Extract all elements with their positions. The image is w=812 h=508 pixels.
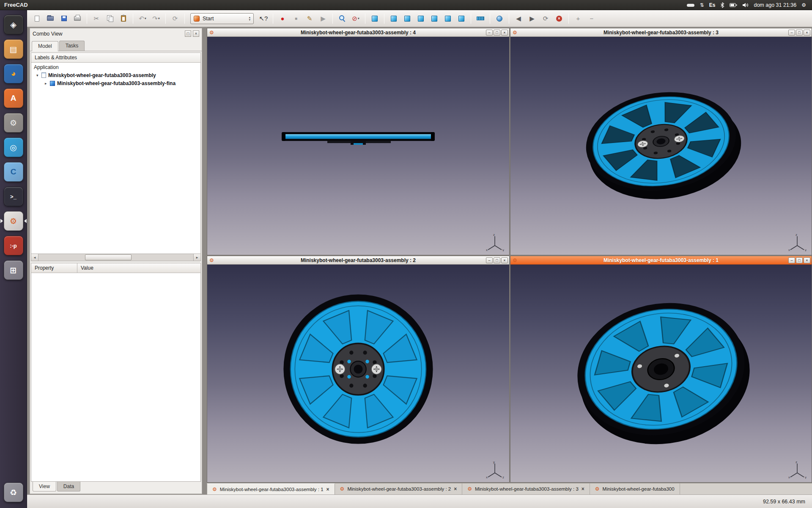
- close-button[interactable]: ×: [501, 30, 508, 36]
- session-gear-icon[interactable]: ⚙: [801, 2, 806, 8]
- minimize-button[interactable]: –: [486, 257, 493, 263]
- nav-stop-button[interactable]: [553, 12, 565, 25]
- close-button[interactable]: ×: [804, 30, 810, 36]
- launcher-chromium[interactable]: C: [4, 162, 23, 182]
- property-column-header[interactable]: Property: [31, 263, 77, 273]
- nav-forward-button[interactable]: ▶: [526, 12, 538, 25]
- viewport-3d-side[interactable]: zxy: [207, 37, 509, 255]
- scroll-right-icon[interactable]: ▸: [193, 254, 200, 261]
- tree-root-application[interactable]: Application: [31, 64, 200, 71]
- whats-this-button[interactable]: ↖?: [257, 12, 270, 25]
- tree-horizontal-scrollbar[interactable]: ◂ ▸: [31, 254, 201, 261]
- view-bottom-button[interactable]: [442, 12, 454, 25]
- mdi-tab[interactable]: ⚙Miniskybot-wheel-gear-futaba300: [590, 483, 680, 494]
- copy-button[interactable]: [104, 12, 116, 25]
- launcher-software-center[interactable]: A: [4, 88, 23, 108]
- combo-spinner-icon[interactable]: ▴▾: [249, 16, 250, 21]
- indicator-icon[interactable]: [686, 3, 695, 8]
- window-titlebar[interactable]: ⚙ Miniskybot-wheel-gear-futaba3003-assem…: [510, 256, 812, 265]
- mdi-tab[interactable]: ⚙Miniskybot-wheel-gear-futaba3003-assemb…: [462, 483, 590, 494]
- macro-record-button[interactable]: ●: [276, 12, 289, 25]
- clock[interactable]: dom ago 31 21:36: [754, 2, 796, 8]
- window-titlebar[interactable]: ⚙ Miniskybot-wheel-gear-futaba3003-assem…: [510, 28, 812, 37]
- expand-icon[interactable]: ▸: [45, 81, 50, 86]
- viewport-3d-isometric-active[interactable]: zxy: [510, 265, 812, 482]
- launcher-terminal[interactable]: >_: [4, 187, 23, 206]
- nav-back-button[interactable]: ◀: [512, 12, 525, 25]
- view-front-button[interactable]: [387, 12, 400, 25]
- dropdown-arrow-icon[interactable]: ▾: [158, 17, 160, 20]
- scroll-left-icon[interactable]: ◂: [31, 254, 38, 261]
- tab-close-icon[interactable]: ×: [326, 486, 329, 492]
- close-button[interactable]: ×: [501, 257, 508, 263]
- restore-button[interactable]: □: [796, 257, 803, 263]
- launcher-firefox[interactable]: ◕: [4, 64, 23, 83]
- tree-item[interactable]: ▾Miniskybot-wheel-gear-futaba3003-assemb…: [31, 71, 200, 79]
- dropdown-arrow-icon[interactable]: ▾: [358, 17, 359, 20]
- restore-button[interactable]: □: [494, 30, 500, 36]
- measure-button[interactable]: [474, 12, 487, 25]
- launcher-dash[interactable]: ◈: [4, 15, 23, 34]
- launcher-red-app[interactable]: :-p: [4, 236, 23, 255]
- tab-view[interactable]: View: [33, 482, 56, 491]
- launcher-browser[interactable]: ◎: [4, 138, 23, 157]
- nav-refresh-button[interactable]: ⟳: [539, 12, 552, 25]
- viewport-3d-front[interactable]: yxz: [207, 265, 509, 482]
- zoom-out-button[interactable]: −: [585, 12, 598, 25]
- window-titlebar[interactable]: ⚙ Miniskybot-wheel-gear-futaba3003-assem…: [207, 256, 509, 265]
- mdi-tab[interactable]: ⚙Miniskybot-wheel-gear-futaba3003-assemb…: [207, 483, 335, 494]
- tab-close-icon[interactable]: ×: [582, 486, 584, 492]
- draw-style-button[interactable]: ⊘▾: [349, 12, 362, 25]
- restore-button[interactable]: □: [796, 30, 803, 36]
- view-rear-button[interactable]: [428, 12, 441, 25]
- macro-play-button[interactable]: ▶: [317, 12, 329, 25]
- dropdown-arrow-icon[interactable]: ▾: [145, 17, 146, 20]
- open-file-button[interactable]: [44, 12, 57, 25]
- view-top-button[interactable]: [401, 12, 414, 25]
- refresh-button[interactable]: ⟳: [169, 12, 181, 25]
- launcher-freecad[interactable]: ⚙: [4, 211, 23, 231]
- value-column-header[interactable]: Value: [77, 263, 201, 273]
- minimize-button[interactable]: –: [486, 30, 493, 36]
- minimize-button[interactable]: –: [788, 257, 795, 263]
- battery-icon[interactable]: [730, 3, 737, 7]
- cut-button[interactable]: ✂: [90, 12, 103, 25]
- minimize-button[interactable]: –: [788, 30, 795, 36]
- macro-stop-button[interactable]: ■: [290, 12, 302, 25]
- tab-close-icon[interactable]: ×: [454, 486, 457, 492]
- network-arrows-icon[interactable]: ⇅: [700, 2, 704, 8]
- print-button[interactable]: [71, 12, 84, 25]
- launcher-system-settings[interactable]: ⚙: [4, 113, 23, 133]
- save-button[interactable]: [58, 12, 70, 25]
- tree-item[interactable]: ▸Miniskybot-wheel-gear-futaba3003-assemb…: [31, 79, 200, 87]
- launcher-files[interactable]: ▤: [4, 39, 23, 59]
- paste-button[interactable]: [117, 12, 130, 25]
- zoom-selection-button[interactable]: [336, 12, 348, 25]
- panel-float-icon[interactable]: □: [185, 30, 191, 37]
- tab-data[interactable]: Data: [57, 482, 80, 491]
- new-file-button[interactable]: [30, 12, 43, 25]
- view-right-button[interactable]: [414, 12, 427, 25]
- macro-edit-button[interactable]: ✎: [303, 12, 316, 25]
- window-titlebar[interactable]: ⚙ Miniskybot-wheel-gear-futaba3003-assem…: [207, 28, 509, 37]
- collapse-icon[interactable]: ▾: [36, 73, 41, 77]
- workbench-selector[interactable]: Start▴▾: [190, 13, 254, 24]
- scrollbar-track[interactable]: [38, 254, 193, 261]
- launcher-trash[interactable]: ♻: [4, 483, 23, 502]
- close-button[interactable]: ×: [804, 257, 810, 263]
- undo-button[interactable]: ↶▾: [136, 12, 149, 25]
- volume-icon[interactable]: [742, 3, 749, 8]
- mdi-tab[interactable]: ⚙Miniskybot-wheel-gear-futaba3003-assemb…: [335, 483, 463, 494]
- web-browser-button[interactable]: [493, 12, 506, 25]
- scrollbar-thumb[interactable]: [85, 254, 132, 260]
- launcher-workspaces[interactable]: ⊞: [4, 260, 23, 280]
- tab-tasks[interactable]: Tasks: [59, 41, 85, 51]
- bluetooth-icon[interactable]: [720, 2, 724, 8]
- view-fit-all-button[interactable]: [368, 12, 381, 25]
- restore-button[interactable]: □: [494, 257, 500, 263]
- view-left-button[interactable]: [455, 12, 468, 25]
- keyboard-layout-indicator[interactable]: Es: [709, 2, 716, 8]
- viewport-3d-isometric[interactable]: zxy: [510, 37, 812, 255]
- zoom-in-button[interactable]: +: [572, 12, 584, 25]
- panel-close-icon[interactable]: ×: [193, 30, 199, 37]
